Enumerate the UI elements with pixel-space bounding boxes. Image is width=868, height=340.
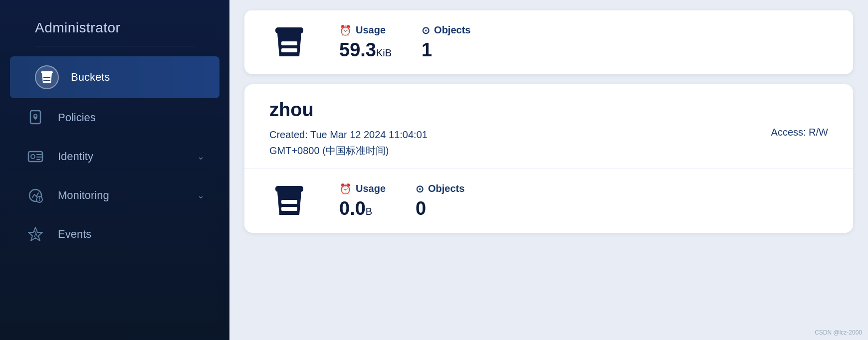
- svg-rect-19: [281, 200, 297, 204]
- sidebar: Administrator Buckets Policies: [0, 0, 229, 340]
- sidebar-item-events-label: Events: [58, 228, 205, 241]
- main-content: ⏰ Usage 59.3KiB ⊙ Objects 1: [229, 0, 868, 340]
- usage-label-zhou: ⏰ Usage: [339, 183, 386, 195]
- bucket-icon: [35, 65, 59, 89]
- objects-stat-zhou: ⊙ Objects 0: [416, 183, 464, 219]
- objects-icon-top: ⊙: [422, 24, 430, 36]
- bucket-header-zhou: zhou Created: Tue Mar 12 2024 11:04:01GM…: [244, 84, 853, 169]
- stat-group-zhou: ⏰ Usage 0.0B ⊙ Objects 0: [339, 183, 464, 219]
- sidebar-item-events[interactable]: λ Events: [0, 215, 229, 254]
- bucket-stats-top: ⏰ Usage 59.3KiB ⊙ Objects 1: [244, 10, 853, 74]
- stat-group-top: ⏰ Usage 59.3KiB ⊙ Objects 1: [339, 24, 470, 61]
- sidebar-divider: [35, 46, 195, 46]
- identity-icon: [25, 146, 46, 167]
- bucket-graphic-zhou: [269, 181, 309, 221]
- objects-value-zhou: 0: [416, 198, 464, 219]
- usage-icon-top: ⏰: [339, 24, 352, 36]
- bucket-graphic-top: [269, 22, 309, 62]
- bucket-created-zhou: Created: Tue Mar 12 2024 11:04:01GMT+080…: [269, 127, 428, 159]
- sidebar-item-identity-label: Identity: [58, 150, 185, 163]
- svg-rect-16: [281, 41, 297, 45]
- usage-stat-zhou: ⏰ Usage 0.0B: [339, 183, 386, 219]
- sidebar-item-policies-label: Policies: [58, 111, 205, 124]
- svg-rect-0: [41, 71, 53, 73]
- sidebar-item-monitoring-label: Monitoring: [58, 189, 185, 202]
- objects-label-zhou: ⊙ Objects: [416, 183, 464, 195]
- bucket-stats-zhou: ⏰ Usage 0.0B ⊙ Objects 0: [244, 169, 853, 233]
- svg-rect-1: [43, 77, 50, 78]
- usage-label-top: ⏰ Usage: [339, 24, 392, 36]
- sidebar-item-identity[interactable]: Identity ⌄: [0, 137, 229, 176]
- events-icon: λ: [25, 224, 46, 245]
- svg-point-6: [31, 155, 35, 159]
- monitoring-icon: [25, 185, 46, 206]
- objects-value-top: 1: [422, 39, 470, 61]
- sidebar-item-monitoring[interactable]: Monitoring ⌄: [0, 176, 229, 215]
- bucket-meta-zhou: Created: Tue Mar 12 2024 11:04:01GMT+080…: [269, 127, 828, 159]
- policies-icon: [25, 107, 46, 128]
- usage-icon-zhou: ⏰: [339, 183, 352, 195]
- objects-label-top: ⊙ Objects: [422, 24, 470, 36]
- svg-rect-15: [275, 27, 303, 33]
- sidebar-item-policies[interactable]: Policies: [0, 98, 229, 137]
- svg-text:λ: λ: [33, 230, 38, 239]
- identity-chevron-icon: ⌄: [197, 151, 205, 162]
- watermark: CSDN @lcz-2000: [815, 329, 862, 336]
- sidebar-title: Administrator: [0, 0, 229, 46]
- svg-rect-18: [275, 186, 303, 192]
- bucket-access-zhou: Access: R/W: [771, 127, 828, 138]
- objects-icon-zhou: ⊙: [416, 183, 424, 195]
- objects-stat-top: ⊙ Objects 1: [422, 24, 470, 61]
- sidebar-item-buckets[interactable]: Buckets: [10, 56, 219, 98]
- bucket-card-zhou: zhou Created: Tue Mar 12 2024 11:04:01GM…: [244, 84, 853, 233]
- svg-point-13: [39, 200, 40, 201]
- sidebar-item-buckets-label: Buckets: [71, 71, 195, 84]
- bucket-name-zhou: zhou: [269, 99, 828, 121]
- svg-rect-20: [281, 207, 297, 211]
- bucket-card-top: ⏰ Usage 59.3KiB ⊙ Objects 1: [244, 10, 853, 74]
- usage-value-zhou: 0.0B: [339, 198, 386, 219]
- svg-point-4: [34, 115, 36, 117]
- usage-value-top: 59.3KiB: [339, 39, 392, 61]
- svg-rect-2: [43, 80, 50, 81]
- monitoring-chevron-icon: ⌄: [197, 190, 205, 201]
- usage-stat-top: ⏰ Usage 59.3KiB: [339, 24, 392, 61]
- svg-rect-17: [281, 48, 297, 52]
